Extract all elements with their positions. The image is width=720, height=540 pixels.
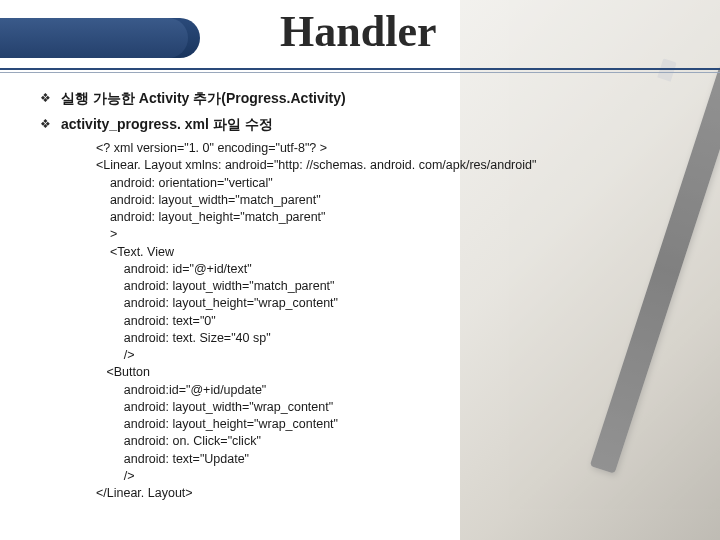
diamond-bullet-icon: ❖ (40, 88, 51, 108)
bullet-label: activity_progress. xml 파일 수정 (61, 114, 273, 134)
bullet-label: 실행 가능한 Activity 추가(Progress.Activity) (61, 88, 346, 108)
xml-code-block: <? xml version="1. 0" encoding="utf-8"? … (40, 140, 680, 502)
title-accent-shape-inner (0, 18, 188, 58)
content-area: ❖ 실행 가능한 Activity 추가(Progress.Activity) … (0, 66, 720, 502)
bullet-item: ❖ 실행 가능한 Activity 추가(Progress.Activity) (40, 88, 680, 108)
slide-title: Handler (280, 6, 436, 57)
title-bar: Handler (0, 0, 720, 66)
bullet-item: ❖ activity_progress. xml 파일 수정 (40, 114, 680, 134)
diamond-bullet-icon: ❖ (40, 114, 51, 134)
